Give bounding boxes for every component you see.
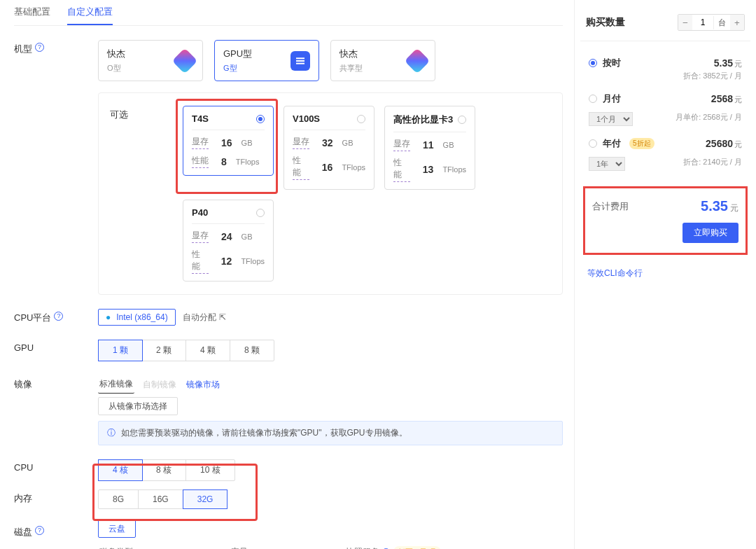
help-icon[interactable]: ? [54,312,63,321]
external-icon: ⇱ [219,312,226,322]
gpu-count-group: 1 颗 2 颗 4 颗 8 颗 [98,340,274,361]
gpu-count-4[interactable]: 4 颗 [186,340,230,361]
auto-alloc[interactable]: 自动分配⇱ [183,312,226,324]
gpu-count-8[interactable]: 8 颗 [230,340,274,361]
pay-year[interactable]: 年付5折起 25680元 1年 折合: 2140元 / 月 [583,132,748,176]
gpu-card-value3[interactable]: 高性价比显卡3 显存11GB 性能13TFlops [384,106,475,190]
image-tab-standard[interactable]: 标准镜像 [98,375,134,394]
label-cpu: CPU [14,459,98,481]
machine-type-shared[interactable]: 快杰共享型 [330,40,435,81]
cpu-10[interactable]: 10 核 [186,460,234,480]
bars-icon [290,51,310,71]
gpu-count-1[interactable]: 1 颗 [98,340,143,361]
tab-basic[interactable]: 基础配置 [14,0,50,25]
mem-8g[interactable]: 8G [99,490,139,508]
machine-type-gpu[interactable]: GPU型G型 [214,40,319,81]
label-memory: 内存 [14,489,98,509]
radio-icon [357,115,365,123]
info-icon: ⓘ [107,427,115,439]
radio-icon [458,116,466,124]
radio-icon [589,59,597,67]
gpu-count-2[interactable]: 2 颗 [142,340,186,361]
buy-qty-label: 购买数量 [586,16,625,29]
qty-input[interactable] [692,18,713,27]
image-market-select-btn[interactable]: 从镜像市场选择 [98,397,178,415]
gradient-icon [405,48,430,74]
pay-month[interactable]: 月付 2568元 1个月 月单价: 2568元 / 月 [583,87,748,132]
gpu-card-p40[interactable]: P40 显存24GB 性能12TFlops [183,200,274,282]
label-optional: 可选 [110,106,183,282]
total-label: 合计费用 [592,200,629,213]
label-gpu: GPU [14,340,98,361]
year-select[interactable]: 1年 [589,157,625,171]
qty-minus[interactable]: − [678,15,692,30]
radio-icon [589,95,597,103]
radio-icon [256,115,265,123]
qty-plus[interactable]: + [730,15,744,30]
cpu-platform-intel[interactable]: ●Intel (x86_64) [98,309,176,326]
gpu-card-v100s[interactable]: V100S 显存32GB 性能16TFlops [284,106,374,190]
radio-icon [589,139,597,148]
mem-16g[interactable]: 16G [139,490,183,508]
total-highlight: 合计费用 5.35元 立即购买 [583,186,748,255]
discount-tag: 5折起 [629,138,654,149]
cpu-4[interactable]: 4 核 [98,459,143,481]
svg-rect-0 [296,57,304,59]
label-disk: 磁盘? [14,523,98,549]
pay-hour[interactable]: 按时 5.35元 折合: 3852元 / 月 [583,51,748,87]
gpu-card-t4s[interactable]: T4S 显存16GB 性能8TFlops [183,106,274,176]
image-info-banner: ⓘ如您需要预装驱动的镜像，请前往镜像市场搜索"GPU"，获取GPU专用镜像。 [98,421,563,445]
label-cpu-platform: CPU平台? [14,309,98,326]
tab-custom[interactable]: 自定义配置 [67,0,113,25]
gradient-icon [172,48,198,74]
cli-link[interactable]: 等效CLI命令行 [587,267,743,279]
svg-rect-2 [296,62,304,64]
snap-price-badge: 低至 8元/月 [393,546,441,549]
month-select[interactable]: 1个月 [589,112,633,126]
label-machine: 机型? [14,40,98,295]
help-icon[interactable]: ? [35,43,44,52]
help-icon[interactable]: ? [35,526,44,535]
buy-now-button[interactable]: 立即购买 [682,223,738,243]
machine-type-o[interactable]: 快杰O型 [98,40,203,81]
radio-icon [256,209,265,217]
cpu-8[interactable]: 8 核 [142,460,186,480]
image-tab-market[interactable]: 镜像市场 [185,376,221,394]
svg-rect-1 [296,60,304,62]
mem-32g[interactable]: 32G [183,489,228,509]
image-tab-custom[interactable]: 自制镜像 [141,376,178,394]
disk-tab-cloud[interactable]: 云盘 [98,520,136,538]
label-image: 镜像 [14,375,98,445]
qty-stepper[interactable]: − 台 + [678,14,745,31]
